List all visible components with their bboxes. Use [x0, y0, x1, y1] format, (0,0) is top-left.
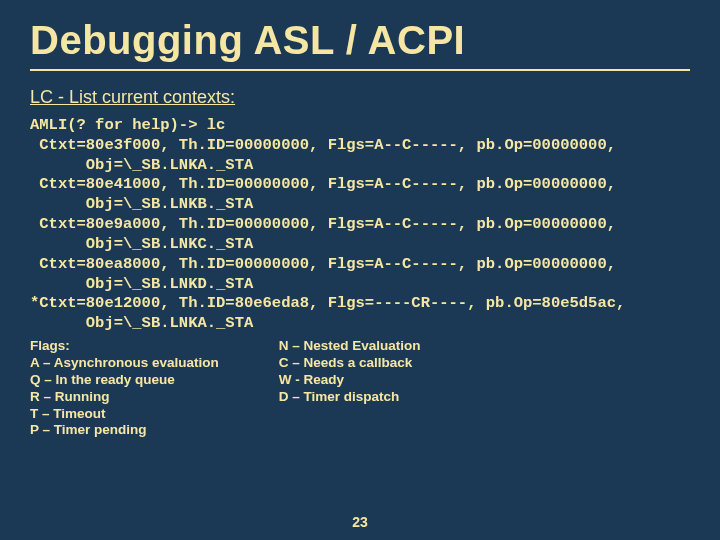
- flag-item: D – Timer dispatch: [279, 389, 421, 406]
- flag-item: C – Needs a callback: [279, 355, 421, 372]
- code-line: Ctxt=80e3f000, Th.ID=00000000, Flgs=A--C…: [30, 136, 690, 156]
- flags-header: Flags:: [30, 338, 219, 355]
- flag-item: A – Asynchronous evaluation: [30, 355, 219, 372]
- flag-item: P – Timer pending: [30, 422, 219, 439]
- section-subtitle: LC - List current contexts:: [0, 83, 720, 116]
- flags-legend: Flags: A – Asynchronous evaluation Q – I…: [0, 334, 720, 439]
- flag-item: Q – In the ready queue: [30, 372, 219, 389]
- slide-title: Debugging ASL / ACPI: [0, 0, 720, 67]
- code-line: Obj=\_SB.LNKD._STA: [30, 275, 690, 295]
- flag-item: R – Running: [30, 389, 219, 406]
- flags-left-column: Flags: A – Asynchronous evaluation Q – I…: [30, 338, 219, 439]
- code-line: Ctxt=80e41000, Th.ID=00000000, Flgs=A--C…: [30, 175, 690, 195]
- code-line: Obj=\_SB.LNKB._STA: [30, 195, 690, 215]
- flag-item: N – Nested Evaluation: [279, 338, 421, 355]
- code-line: Obj=\_SB.LNKC._STA: [30, 235, 690, 255]
- code-line: Ctxt=80e9a000, Th.ID=00000000, Flgs=A--C…: [30, 215, 690, 235]
- code-line: *Ctxt=80e12000, Th.ID=80e6eda8, Flgs=---…: [30, 294, 690, 314]
- flags-right-column: N – Nested Evaluation C – Needs a callba…: [279, 338, 421, 439]
- code-block: AMLI(? for help)-> lc Ctxt=80e3f000, Th.…: [0, 116, 720, 334]
- page-number: 23: [0, 514, 720, 530]
- flag-item: T – Timeout: [30, 406, 219, 423]
- title-underline: [30, 69, 690, 71]
- code-line: Obj=\_SB.LNKA._STA: [30, 156, 690, 176]
- code-line: AMLI(? for help)-> lc: [30, 116, 690, 136]
- code-line: Obj=\_SB.LNKA._STA: [30, 314, 690, 334]
- flag-item: W - Ready: [279, 372, 421, 389]
- code-line: Ctxt=80ea8000, Th.ID=00000000, Flgs=A--C…: [30, 255, 690, 275]
